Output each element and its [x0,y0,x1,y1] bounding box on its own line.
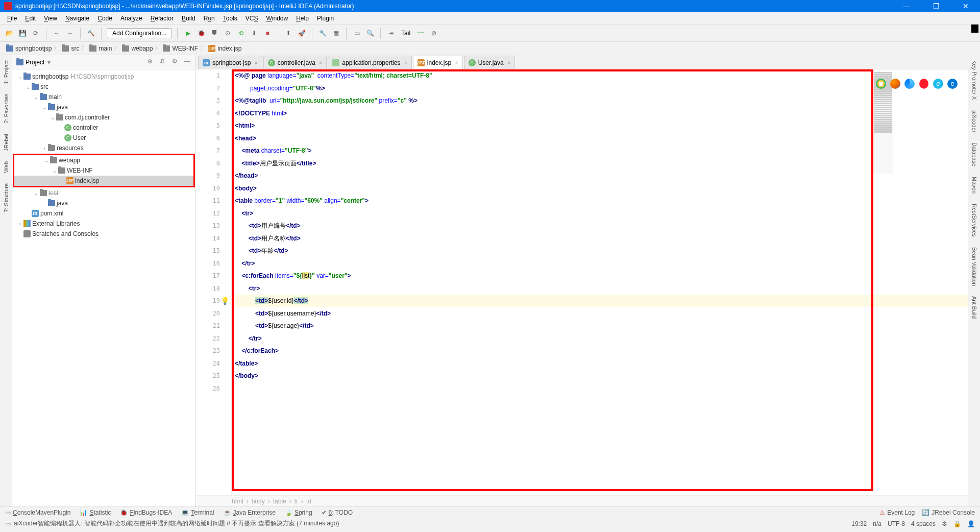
project-tree[interactable]: ⌄springbootjspH:\CSDN\springbootjsp⌄src⌄… [12,69,195,506]
tab-close-icon[interactable]: × [455,60,458,66]
bottom-FindBugs-IDEA[interactable]: 🐞FindBugs-IDEA [120,509,172,516]
maximize-button[interactable]: ❐ [926,2,946,10]
left-tab-Web[interactable]: Web [3,156,9,178]
bottom-ConsoleMavenPlugin[interactable]: ▭ConsoleMavenPlugin [5,509,70,516]
open-icon[interactable]: 📂 [4,28,14,38]
menu-help[interactable]: Help [293,14,312,23]
left-tab-JRebel[interactable]: JRebel [3,129,9,156]
tab-close-icon[interactable]: × [404,60,407,66]
filter-icon[interactable]: ⇥ [386,28,396,38]
search-icon[interactable]: 🔍 [365,28,375,38]
wrench-icon[interactable]: 🔧 [317,28,328,38]
structure-icon[interactable]: ▦ [331,28,341,38]
settings-icon[interactable]: ⚙ [170,58,179,67]
code-editor[interactable]: 1234567891011121314151617181920212223242… [196,69,968,495]
bottom-Spring[interactable]: 🍃Spring [285,509,312,516]
gear-icon[interactable]: ⚙ [942,520,947,527]
lock-icon[interactable]: 🔒 [953,520,961,527]
tree-item-resources[interactable]: ›resources [12,143,195,153]
chevron-down-icon[interactable]: ▾ [47,59,51,66]
breadcrumb-springbootjsp[interactable]: springbootjsp [5,45,53,52]
tree-item-java[interactable]: ⌄java [12,102,195,112]
tree-item-webapp[interactable]: ⌄webapp [14,155,193,165]
menu-code[interactable]: Code [94,14,115,23]
tree-item-test[interactable]: ⌄test [12,188,195,198]
tree-item-java[interactable]: java [12,198,195,208]
bottom-Terminal[interactable]: 💻Terminal [181,509,214,516]
rerun-icon[interactable]: ⟲ [236,28,246,38]
hide-icon[interactable]: — [182,58,191,67]
back-icon[interactable]: ← [52,28,62,38]
stop-icon[interactable]: ■ [262,28,273,38]
menu-view[interactable]: View [41,14,60,23]
tree-item-User[interactable]: CUser [12,133,195,143]
rocket-icon[interactable]: 🚀 [297,28,307,38]
code-crumb-html[interactable]: html [232,498,243,505]
forward-icon[interactable]: → [65,28,75,38]
code-crumb-body[interactable]: body [252,498,265,505]
collapse-icon[interactable]: ⇵ [158,58,167,67]
man-icon[interactable]: 👤 [967,520,975,527]
code-crumb-td[interactable]: td [306,498,311,505]
menu-vcs[interactable]: VCS [242,14,261,23]
right-tab-Maven[interactable]: Maven [971,172,977,199]
code-crumb-tr[interactable]: tr [295,498,298,505]
menu-navigate[interactable]: Navigate [62,14,92,23]
tree-item-WEB-INF[interactable]: ⌄WEB-INF [14,165,193,176]
attach-icon[interactable]: ⬇ [249,28,259,38]
right-tab-Key-Promoter-X[interactable]: Key Promoter X [971,55,977,105]
tree-item-controller[interactable]: Ccontroller [12,123,195,133]
right-tab-RestServices[interactable]: RestServices [971,199,977,242]
menu-file[interactable]: File [4,14,20,23]
right-tab-aiXcoder[interactable]: aiXcoder [971,105,977,137]
right-tab-Ant-Build[interactable]: Ant Build [971,291,977,324]
hammer-icon[interactable]: 🔨 [86,28,96,38]
tab-close-icon[interactable]: × [319,60,322,66]
breadcrumb-WEB-INF[interactable]: WEB-INF [162,45,199,52]
right-tab-Database[interactable]: Database [971,137,977,172]
safari-icon[interactable] [904,79,915,89]
status-encoding[interactable]: UTF-8 [888,520,905,527]
tree-item-src[interactable]: ⌄src [12,82,195,92]
left-tab-2-Favorites[interactable]: 2: Favorites [3,89,9,128]
bottom-6-TODO[interactable]: ✔6: TODO [322,509,353,516]
bottom-Event-Log[interactable]: ⚠Event Log [879,509,915,516]
chrome-icon[interactable] [876,79,886,89]
save-icon[interactable]: 💾 [17,28,28,38]
tree-item-External Libraries[interactable]: ›External Libraries [12,219,195,229]
menu-refactor[interactable]: Refactor [148,14,177,23]
tab-close-icon[interactable]: × [254,60,257,66]
tree-item-index.jsp[interactable]: JSPindex.jsp [14,176,193,186]
profile-icon[interactable]: ⊙ [223,28,233,38]
refresh-icon[interactable]: ⟳ [31,28,41,38]
menu-edit[interactable]: Edit [22,14,39,23]
breadcrumb-src[interactable]: src [61,45,80,52]
bottom-Statistic[interactable]: 📊Statistic [80,509,111,516]
block-icon[interactable]: ⊘ [429,28,439,38]
debug-icon[interactable]: 🐞 [196,28,206,38]
shell-icon[interactable]: ▭ [352,28,362,38]
tab-controller.java[interactable]: Ccontroller.java× [263,56,327,69]
ie-icon[interactable]: e [933,79,943,89]
menu-run[interactable]: Run [201,14,218,23]
tab-User.java[interactable]: CUser.java× [464,56,515,69]
tab-close-icon[interactable]: × [507,60,510,66]
menu-tools[interactable]: Tools [220,14,240,23]
menu-window[interactable]: Window [263,14,291,23]
edge-icon[interactable]: e [947,79,958,89]
tree-item-main[interactable]: ⌄main [12,92,195,102]
tree-item-Scratches and Consoles[interactable]: Scratches and Consoles [12,229,195,239]
minimize-button[interactable]: — [896,2,917,10]
opera-icon[interactable] [919,79,929,89]
bottom-Java-Enterprise[interactable]: ☕Java Enterprise [224,509,276,516]
tab-application.properties[interactable]: application.properties× [328,56,412,69]
intention-bulb-icon[interactable]: 💡 [220,297,229,305]
code-crumb-table[interactable]: table [273,498,286,505]
firefox-icon[interactable] [890,79,900,89]
close-button[interactable]: ✕ [955,2,976,10]
tree-item-springbootjsp[interactable]: ⌄springbootjspH:\CSDN\springbootjsp [12,71,195,82]
left-tab-7-Structure[interactable]: 7: Structure [3,178,9,217]
tab-springboot-jsp[interactable]: mspringboot-jsp× [198,56,262,69]
left-tab-1-Project[interactable]: 1: Project [3,55,9,89]
locate-icon[interactable]: ⊕ [145,58,155,67]
